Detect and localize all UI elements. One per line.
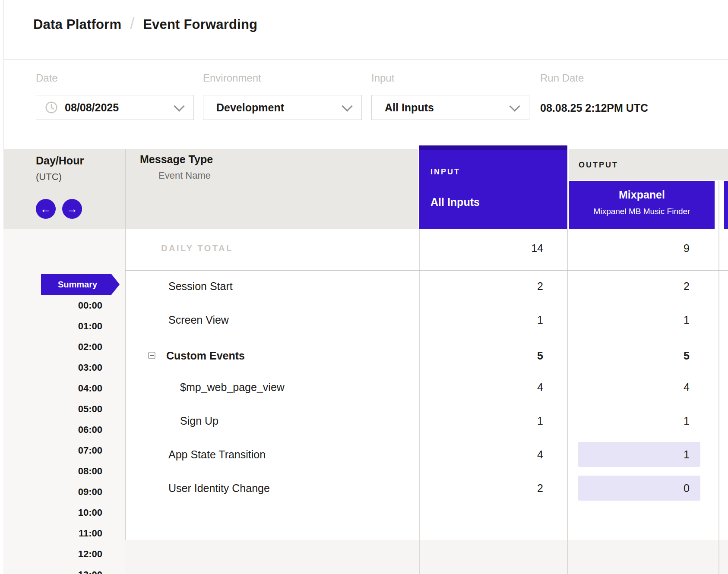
hour-row-01[interactable]: 01:00 [3,320,102,332]
table-row-input-value: 2 [419,482,543,495]
event-forwarding-page: Data Platform / Event Forwarding Date 08… [0,0,728,574]
header-gap [418,145,419,229]
table-row-label: Custom Events [166,349,245,362]
table-row-label: Sign Up [180,414,218,427]
day-hour-timezone: (UTC) [36,171,62,183]
hour-row-02[interactable]: 02:00 [3,341,102,353]
table-row-label: Session Start [168,280,233,293]
table-row-output-value: 1 [684,448,690,461]
table-row-output-value: 1 [567,414,690,427]
grid-line [125,149,126,574]
table-row-label: Screen View [168,313,229,326]
hour-row-07[interactable]: 07:00 [3,445,102,457]
chevron-down-icon [342,101,352,111]
grid-line [419,540,420,574]
run-date-label: Run Date [540,72,584,85]
hour-row-00[interactable]: 00:00 [3,300,102,312]
input-filter-label: Input [371,72,394,85]
table-footer-area [125,540,728,574]
table-row-input-value: 2 [419,280,543,293]
day-hour-column-title: Day/Hour [36,155,84,167]
grid-line [567,540,568,574]
table-row-input-value: 5 [419,349,543,362]
date-dropdown[interactable]: 08/08/2025 [36,95,194,120]
event-name-subheader: Event Name [158,170,211,181]
breadcrumb-separator: / [130,15,134,33]
table-row-input-value: 4 [419,448,543,461]
page-title: Event Forwarding [143,17,257,32]
environment-value: Development [216,101,284,114]
run-date-value: 08.08.25 2:12PM UTC [540,101,648,115]
table-row-input-value: 1 [419,414,543,427]
daily-total-input-value: 14 [419,242,543,255]
next-output-column-partial [724,181,728,229]
output-group-label: OUTPUT [579,161,618,170]
collapse-custom-events-button[interactable] [148,352,155,359]
input-group-label: INPUT [430,167,460,177]
table-row-output-value: 2 [567,280,690,293]
input-dropdown[interactable]: All Inputs [371,95,529,120]
hour-row-08[interactable]: 08:00 [3,465,102,477]
hour-row-03[interactable]: 03:00 [3,362,102,374]
hour-row-05[interactable]: 05:00 [3,403,102,415]
hour-row-10[interactable]: 10:00 [3,507,102,519]
table-row-label: $mp_web_page_view [180,381,285,394]
highlighted-output-cell: 0 [578,476,700,501]
summary-row-badge[interactable]: Summary [41,274,120,295]
grid-line [719,540,719,574]
previous-day-button[interactable]: ← [36,199,56,219]
daily-total-output-value: 9 [567,242,690,255]
table-row-label: App State Transition [168,448,266,461]
summary-label: Summary [58,280,97,290]
table-row-output-value: 5 [567,349,690,362]
grid-line [719,181,719,574]
clock-icon [45,101,58,114]
daily-total-label: DAILY TOTAL [161,242,233,255]
arrow-right-icon: → [66,203,78,214]
date-value: 08/08/2025 [65,101,119,114]
input-column-header[interactable]: INPUT All Inputs [419,145,567,229]
table-row-output-value: 4 [567,381,690,394]
arrow-left-icon: ← [40,203,51,214]
hour-row-12[interactable]: 12:00 [3,548,102,560]
table-row-label: User Identity Change [168,482,270,495]
next-day-button[interactable]: → [62,199,82,219]
input-value: All Inputs [385,101,434,114]
chevron-down-icon [174,101,184,111]
minus-icon [150,355,154,356]
hour-row-11[interactable]: 11:00 [3,527,102,539]
table-row-output-value: 1 [567,313,690,326]
breadcrumb-section[interactable]: Data Platform [33,17,121,32]
daily-total-divider [125,270,728,271]
hour-row-06[interactable]: 06:00 [3,424,102,436]
header-divider [3,59,728,60]
table-row-input-value: 1 [419,313,543,326]
date-filter-label: Date [36,72,58,85]
message-type-column-title: Message Type [140,153,213,166]
output-column-title: Mixpanel [569,189,715,201]
output-column-subtitle: Mixpanel MB Music Finder [569,207,715,216]
highlighted-output-cell: 1 [578,442,700,467]
hour-row-04[interactable]: 04:00 [3,382,102,394]
breadcrumb: Data Platform / Event Forwarding [33,16,257,34]
input-column-name: All Inputs [430,196,480,208]
table-row-input-value: 4 [419,381,543,394]
chevron-down-icon [509,101,520,111]
hour-row-09[interactable]: 09:00 [3,486,102,498]
hour-row-13[interactable]: 13:00 [3,569,102,574]
environment-dropdown[interactable]: Development [203,95,362,120]
table-row-output-value: 0 [684,482,690,495]
output-column-header-mixpanel[interactable]: Mixpanel Mixpanel MB Music Finder [569,181,715,229]
environment-filter-label: Environment [203,72,261,85]
